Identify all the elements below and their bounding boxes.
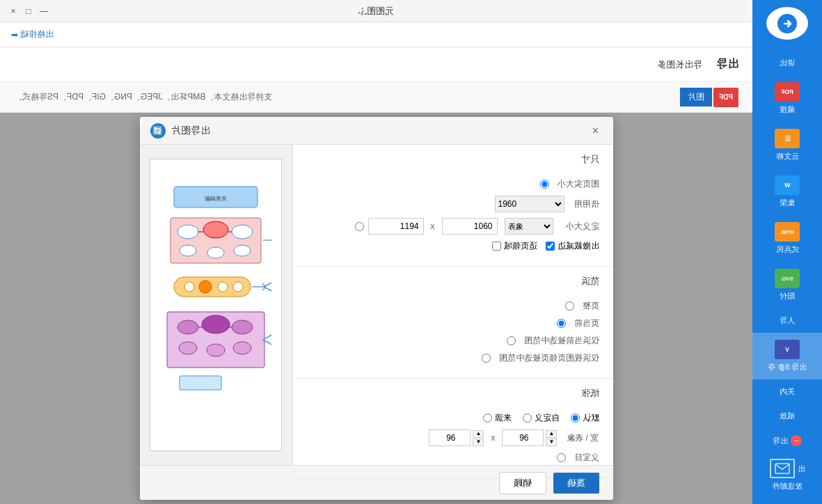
preview-canvas: 编辑类关 xyxy=(150,159,282,451)
current-page-label: 页当前 xyxy=(574,317,599,329)
back-label: 出格排础 xyxy=(20,29,54,40)
cloud-item-label: 云文称 xyxy=(776,151,799,162)
current-page-radio[interactable] xyxy=(557,319,566,328)
maximize-button[interactable]: □ xyxy=(24,6,33,16)
paper-custom2-radio-input[interactable] xyxy=(557,453,566,462)
svg-point-15 xyxy=(233,282,243,292)
svg-point-18 xyxy=(177,320,198,334)
page-range-row: 仅浜当前被选中范围 xyxy=(307,335,599,347)
dialog-close-button[interactable]: × xyxy=(589,124,603,138)
custom-paper-label: 自定义 xyxy=(535,412,560,424)
size-section-label: 只寸 xyxy=(581,153,599,166)
sidebar-item-share[interactable]: 关内 xyxy=(752,379,822,404)
height-input[interactable] xyxy=(442,218,498,235)
page-range-radio-label[interactable]: 仅浜当前被选中范围 xyxy=(507,335,599,347)
export-dialog: 🔄 出导图片 × xyxy=(140,117,613,500)
sidebar-item-embed[interactable]: 戒放 xyxy=(752,404,822,428)
visio-badge: V xyxy=(775,340,800,359)
sidebar-item-office[interactable]: W 集荣 xyxy=(752,168,822,215)
close-button[interactable]: × xyxy=(8,6,18,16)
svg-item-label: 阳付 xyxy=(780,291,795,301)
paper-width-down[interactable]: ▼ xyxy=(473,439,484,446)
svg-point-13 xyxy=(199,281,212,293)
all-pages-row: 页整 xyxy=(307,300,599,312)
paper-section-label: 纸张 xyxy=(581,387,599,400)
pdf-item-label: 藏搜 xyxy=(780,104,795,115)
size-section: 只寸 图页实大小 xyxy=(293,145,613,267)
fit-page-checkbox[interactable] xyxy=(492,242,501,251)
export-subtitle: 导出长图多 xyxy=(657,58,702,71)
actual-size-radio[interactable] xyxy=(540,180,549,189)
default-radio[interactable] xyxy=(571,414,580,423)
border-label[interactable]: 出撤裁减边 xyxy=(546,240,599,252)
minus-icon: − xyxy=(791,435,802,446)
content-area: 🔄 出导图片 × xyxy=(0,113,752,504)
cancel-button[interactable]: 销顾 xyxy=(499,472,546,494)
sidebar-item-cloud[interactable]: 云 云文称 xyxy=(752,122,822,168)
paper-height-up[interactable]: ▲ xyxy=(546,430,557,438)
all-pages-clip-row: 仅浜视图页领页被选中范围 xyxy=(307,352,599,364)
default-radio-label[interactable]: 默认 xyxy=(571,412,599,424)
back-button[interactable]: ⬅ 出格排础 xyxy=(7,27,58,42)
top-arrow-button[interactable] xyxy=(766,7,808,40)
confirm-button[interactable]: 蔑确 xyxy=(553,473,599,494)
current-page-radio-label[interactable]: 页当前 xyxy=(557,317,599,329)
minimize-button[interactable]: — xyxy=(39,6,49,16)
svg-rect-27 xyxy=(180,376,221,390)
custom-size-radio[interactable] xyxy=(355,222,364,231)
sidebar-item-export-minus[interactable]: 出导 − xyxy=(752,428,822,453)
all-pages-radio-label[interactable]: 页整 xyxy=(565,300,599,312)
none-radio[interactable] xyxy=(483,414,492,423)
all-pages-radio[interactable] xyxy=(565,301,574,310)
paper-width-up[interactable]: ▲ xyxy=(473,430,484,438)
border-checkbox[interactable] xyxy=(546,242,555,251)
fit-page-label[interactable]: 适页领域 xyxy=(492,240,537,252)
office-item-label: 集荣 xyxy=(780,198,795,208)
page-range-radio[interactable] xyxy=(507,336,516,345)
paper-height-input[interactable] xyxy=(502,430,544,446)
all-pages-clip-radio[interactable] xyxy=(482,354,491,363)
svg-point-12 xyxy=(184,282,194,292)
paper-size-row: ▲ ▼ x ▲ ▼ xyxy=(307,430,599,446)
all-pages-clip-text: 仅浜视图页领页被选中范围 xyxy=(499,352,599,364)
unit-select[interactable]: 表象 xyxy=(505,218,553,235)
format-hint: 支持导出格文本、BMP坏出、JPEG、PNG、GIF、PDF、PS等格式。 xyxy=(14,91,272,103)
dialog-header: 🔄 出导图片 × xyxy=(140,117,613,145)
sidebar-item-person[interactable]: 人导 xyxy=(752,308,822,333)
default-label: 默认 xyxy=(583,412,599,424)
sidebar-item-image[interactable]: 讲比 xyxy=(752,51,822,75)
visio-item-label: 出导 8参 夺 xyxy=(768,362,807,372)
tab-image[interactable]: 图片 xyxy=(680,88,712,107)
sidebar-item-visio[interactable]: V 出导 8参 夺 xyxy=(752,333,822,379)
paper-custom2-radio[interactable]: 义宝目 xyxy=(557,452,599,464)
dialog-content: 编辑类关 xyxy=(140,145,613,465)
window-title: 元图图ふ xyxy=(358,5,394,17)
sidebar-item-svg[interactable]: SVG 阳付 xyxy=(752,262,822,308)
none-radio-label[interactable]: 来源 xyxy=(483,412,512,424)
email-icon xyxy=(770,459,795,478)
paper-width-label: 宽 \ 表象 xyxy=(567,432,599,444)
page-section-label: 范浜 xyxy=(581,275,599,288)
all-pages-clip-label[interactable]: 仅浜视图页领页被选中范围 xyxy=(482,352,599,364)
custom-paper-radio[interactable] xyxy=(523,414,532,423)
svg-badge: SVG xyxy=(775,269,800,288)
main-area: × □ — 元图图ふ ⬅ 出格排础 导出长图多 出导 支持导出格文本、BMP坏出… xyxy=(0,0,752,504)
actual-size-radio-label[interactable]: 图页实大小 xyxy=(540,178,599,190)
actual-size-label: 图页实大小 xyxy=(558,178,599,190)
export-title: 出导 xyxy=(716,57,738,72)
svg-point-3 xyxy=(177,225,198,239)
sidebar-item-html[interactable]: HTML 式兵民 xyxy=(752,215,822,262)
sidebar-item-pdf[interactable]: PDF 藏搜 xyxy=(752,75,822,122)
export-header: 导出长图多 出导 xyxy=(0,47,752,82)
custom-size-radio-label[interactable] xyxy=(355,222,364,231)
custom-size-row: x 表象 定义大小 xyxy=(307,218,599,235)
paper-width-input[interactable] xyxy=(429,430,471,446)
office-badge: W xyxy=(775,175,800,195)
width-input[interactable] xyxy=(368,218,424,235)
paper-x-sep: x xyxy=(491,433,495,443)
custom-paper-radio-label[interactable]: 自定义 xyxy=(523,412,560,424)
sidebar-item-email[interactable]: 出 发送邮件 xyxy=(752,453,822,497)
zoom-select[interactable]: 1960 xyxy=(495,196,564,212)
paper-height-down[interactable]: ▼ xyxy=(546,439,557,446)
diagram-preview-svg: 编辑类关 xyxy=(160,173,271,437)
